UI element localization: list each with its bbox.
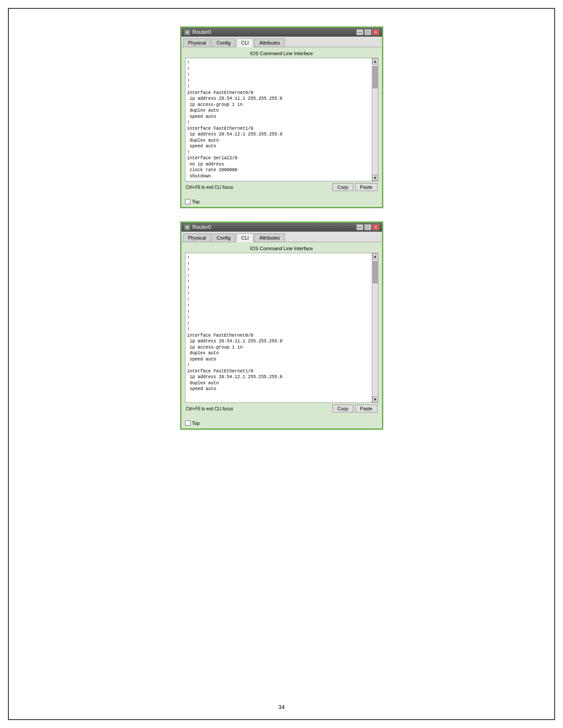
- cli-line: no ip address: [187, 161, 370, 168]
- cli-line: interface Serial2/0: [187, 155, 370, 161]
- cli-terminal-2[interactable]: !!!!!!!!!!!!!interface FastEthernet0/0 i…: [185, 253, 378, 403]
- cli-line: !: [187, 66, 370, 72]
- cli-line: !: [187, 279, 370, 285]
- cli-line: ip address 28.54.11.1 255.255.255.0: [187, 96, 370, 102]
- cli-line: interface FastEthernet0/0: [187, 90, 370, 96]
- cli-line: !: [187, 60, 370, 66]
- scroll-down-2[interactable]: ▼: [372, 396, 378, 402]
- cli-line: !: [187, 291, 370, 297]
- cli-content-2: !!!!!!!!!!!!!interface FastEthernet0/0 i…: [187, 255, 376, 401]
- cli-line: duplex auto: [187, 380, 370, 387]
- cli-line: !: [187, 321, 370, 327]
- tab-cli-1[interactable]: CLI: [236, 38, 253, 47]
- router-window-2: Router0 — □ ✕ Physical Config CLI Attrib…: [180, 221, 383, 430]
- cli-line: speed auto: [187, 386, 370, 392]
- cli-line: !: [187, 303, 370, 309]
- cli-line: !: [187, 326, 370, 333]
- cli-line: ip address 28.54.12.1 255.255.255.0: [187, 131, 370, 138]
- cli-line: !: [187, 315, 370, 321]
- cli-line: !: [187, 261, 370, 267]
- cli-line: duplex auto: [187, 350, 370, 356]
- cli-terminal-1[interactable]: !!!!!interface FastEthernet0/0 ip addres…: [185, 58, 378, 181]
- cli-line: !: [187, 267, 370, 273]
- cli-line: shutdown: [187, 173, 370, 180]
- cli-content-1: !!!!!interface FastEthernet0/0 ip addres…: [187, 60, 376, 179]
- cli-line: ip address 28.54.11.1 255.255.255.0: [187, 338, 370, 345]
- cli-line: clock rate 2000000: [187, 167, 370, 173]
- window-body-1: IOS Command Line Interface !!!!!interfac…: [181, 47, 382, 196]
- cli-line: !: [187, 255, 370, 261]
- cli-line: ip access-group 1 in: [187, 102, 370, 108]
- scroll-thumb-1[interactable]: [373, 66, 378, 88]
- cli-line: !: [187, 297, 370, 303]
- cli-line: !: [187, 362, 370, 368]
- cli-line: !: [187, 309, 370, 315]
- scrollbar-1[interactable]: ▲ ▼: [372, 58, 378, 181]
- cli-line: speed auto: [187, 114, 370, 120]
- scroll-up-2[interactable]: ▲: [372, 253, 378, 259]
- cli-line: duplex auto: [187, 108, 370, 114]
- cli-line: speed auto: [187, 143, 370, 150]
- window-body-2: IOS Command Line Interface !!!!!!!!!!!!!…: [181, 242, 382, 418]
- cli-line: !: [187, 120, 370, 126]
- cli-line: !: [187, 285, 370, 291]
- cli-line: !: [187, 273, 370, 279]
- cli-line: !: [187, 150, 370, 156]
- cli-line: ip address 28.54.12.1 255.255.255.0: [187, 374, 370, 380]
- cli-line: speed auto: [187, 356, 370, 363]
- cli-line: interface FastEthernet0/0: [187, 333, 370, 339]
- cli-line: duplex auto: [187, 138, 370, 144]
- page-number: 34: [278, 704, 284, 710]
- cli-line: !: [187, 72, 370, 78]
- scroll-down-1[interactable]: ▼: [372, 175, 378, 181]
- cli-line: interface FastEthernet1/0: [187, 368, 370, 375]
- cli-line: !: [187, 84, 370, 90]
- scroll-thumb-2[interactable]: [373, 261, 378, 283]
- scrollbar-2[interactable]: ▲ ▼: [372, 253, 378, 402]
- cli-line: interface FastEthernet1/0: [187, 126, 370, 132]
- scroll-up-1[interactable]: ▲: [372, 58, 378, 64]
- cli-line: ip access-group 1 in: [187, 345, 370, 351]
- cli-line: !: [187, 78, 370, 84]
- tab-cli-2[interactable]: CLI: [236, 233, 253, 242]
